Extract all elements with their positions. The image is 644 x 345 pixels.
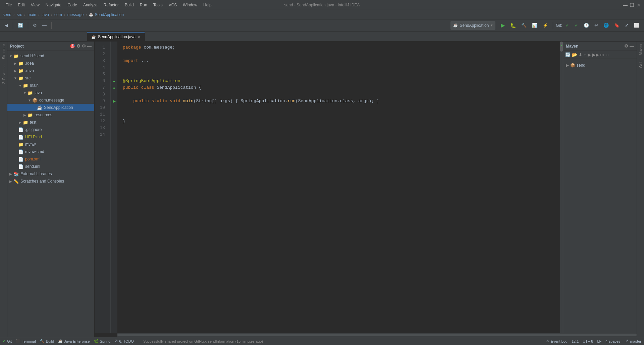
sidebar-settings-btn[interactable]: ⚙	[82, 44, 86, 49]
vertical-tab-maven[interactable]: Maven	[638, 42, 644, 58]
toolbar-collapse[interactable]: —	[40, 21, 49, 30]
scrollbar-thumb[interactable]	[560, 42, 563, 52]
horizontal-scrollbar[interactable]	[117, 333, 637, 337]
menu-refactor[interactable]: Refactor	[101, 2, 121, 8]
breadcrumb-main[interactable]: main	[28, 12, 36, 17]
tree-item-com-message[interactable]: ▼ 📦 com.message	[7, 96, 94, 104]
vertical-tab-favorites[interactable]: 2: Favorites	[1, 62, 7, 86]
git-history-button[interactable]: 🕐	[582, 21, 591, 30]
sidebar-gear-btn[interactable]: ⚙	[76, 44, 80, 49]
toolbar-navigate-back[interactable]: ◀	[3, 21, 10, 30]
menu-build[interactable]: Build	[122, 2, 137, 8]
tab-close-button[interactable]: ✕	[138, 35, 141, 39]
menu-navigate[interactable]: Navigate	[43, 2, 64, 8]
git-bookmark-button[interactable]: 🔖	[612, 21, 622, 30]
status-git[interactable]: ✓ Git	[3, 339, 12, 343]
status-todo[interactable]: ☑ 6: TODO	[114, 339, 134, 343]
status-build[interactable]: 🔨 Build	[40, 339, 54, 343]
tree-item-java-dir[interactable]: ▼ 📁 java	[7, 89, 94, 96]
menu-run[interactable]: Run	[137, 2, 150, 8]
sidebar-collapse-btn[interactable]: —	[87, 44, 92, 49]
tree-item-scratches[interactable]: ▶ ✏️ Scratches and Consoles	[7, 178, 94, 185]
breadcrumb-com[interactable]: com	[54, 12, 62, 17]
vertical-tab-structure[interactable]: Structure	[1, 42, 7, 62]
hscroll-track[interactable]	[117, 334, 637, 336]
breadcrumb-send[interactable]: send	[3, 12, 11, 17]
status-terminal[interactable]: ⬛ Terminal	[16, 339, 36, 343]
minimize-button[interactable]: —	[623, 2, 628, 8]
tree-item-external-libs[interactable]: ▶ 📚 External Libraries	[7, 170, 94, 178]
status-encoding[interactable]: UTF-8	[583, 339, 593, 343]
restore-button[interactable]: ❐	[629, 2, 635, 8]
maven-refresh-btn[interactable]: 🔄	[565, 52, 571, 57]
debug-button[interactable]: 🐛	[508, 21, 518, 30]
gutter-run-9[interactable]: ▶	[113, 99, 116, 104]
close-button[interactable]: ✕	[636, 2, 641, 8]
code-content[interactable]: package com.message; import ... @SpringB…	[117, 42, 560, 333]
sidebar-locate-btn[interactable]: 🎯	[70, 44, 75, 49]
gutter-run-7[interactable]: ●	[113, 86, 115, 90]
toolbar-synchronize[interactable]: 🔄	[16, 21, 25, 30]
tree-item-mvnwcmd[interactable]: 📄 mvnw.cmd	[7, 148, 94, 155]
tab-sendapplication[interactable]: ☕ SendApplication.java ✕	[87, 32, 145, 41]
maven-run-btn[interactable]: +	[584, 52, 586, 57]
menu-file[interactable]: File	[3, 2, 14, 8]
toolbar-settings[interactable]: ⚙	[31, 21, 39, 30]
menu-tools[interactable]: Tools	[151, 2, 165, 8]
tree-item-send-root[interactable]: ▼ 📁 send H:\send	[7, 52, 94, 60]
breadcrumb-message[interactable]: message	[67, 12, 84, 17]
build-button[interactable]: 🔨	[519, 21, 529, 30]
maven-item-send[interactable]: ▶ 📦 send	[563, 62, 637, 69]
run-button[interactable]: ▶	[499, 21, 507, 30]
breadcrumb-src[interactable]: src	[17, 12, 22, 17]
status-cursor[interactable]: 12:1	[572, 339, 579, 343]
menu-help[interactable]: Help	[201, 2, 214, 8]
tree-item-src[interactable]: ▼ 📁 src	[7, 74, 94, 82]
tree-item-helpmd[interactable]: 📄 HELP.md	[7, 133, 94, 141]
menu-analyze[interactable]: Analyze	[80, 2, 100, 8]
status-line-sep[interactable]: LF	[597, 339, 602, 343]
status-indent[interactable]: 4 spaces	[605, 339, 620, 343]
status-branch[interactable]: ⎇ master	[624, 339, 641, 343]
tree-item-sendapplication[interactable]: ☕ SendApplication	[7, 104, 94, 111]
git-expand-button[interactable]: ⤢	[623, 21, 631, 30]
tree-item-sendiml[interactable]: 📄 send.iml	[7, 163, 94, 170]
editor-vertical-scrollbar[interactable]	[560, 42, 563, 333]
git-remote-button[interactable]: 🌐	[601, 21, 611, 30]
menu-edit[interactable]: Edit	[15, 2, 28, 8]
maven-add-btn[interactable]: 📂	[572, 52, 577, 57]
maven-expand-btn[interactable]: ↔	[605, 52, 609, 57]
maven-minimize-btn[interactable]: —	[630, 44, 634, 49]
git-mini-button[interactable]: ⬜	[632, 21, 641, 30]
menu-view[interactable]: View	[28, 2, 42, 8]
tree-item-gitignore[interactable]: 📄 .gitignore	[7, 126, 94, 133]
maven-download-btn[interactable]: ⬇	[579, 52, 582, 57]
menu-window[interactable]: Window	[180, 2, 200, 8]
tree-item-pomxml[interactable]: 📄 pom.xml	[7, 155, 94, 163]
maven-skip-btn[interactable]: ▶▶	[592, 52, 599, 57]
maven-exec-btn[interactable]: ▶	[588, 52, 591, 57]
tree-item-main[interactable]: ▼ 📁 main	[7, 82, 94, 89]
profiler-button[interactable]: ⚡	[541, 21, 550, 30]
coverage-button[interactable]: 📊	[530, 21, 539, 30]
tree-item-mvn[interactable]: ▶ 📁 .mvn	[7, 67, 94, 74]
maven-settings-btn[interactable]: ⚙	[624, 44, 628, 49]
menu-code[interactable]: Code	[65, 2, 80, 8]
breadcrumb-java[interactable]: java	[42, 12, 49, 17]
run-config-selector[interactable]: ☕ SendApplication ▾	[450, 21, 496, 30]
vertical-tab-web[interactable]: Web	[638, 58, 644, 71]
git-revert-button[interactable]: ↩	[592, 21, 600, 30]
status-event-log[interactable]: ⚠ Event Log	[546, 339, 568, 343]
status-spring[interactable]: 🌿 Spring	[94, 339, 111, 343]
maven-toggle-btn[interactable]: m	[600, 52, 604, 57]
git-check2-button[interactable]: ✓	[573, 21, 580, 30]
breadcrumb-sendapplication[interactable]: SendApplication	[95, 12, 124, 17]
gutter-run-6[interactable]: ●	[113, 79, 115, 83]
status-java-enterprise[interactable]: ☕ Java Enterprise	[58, 339, 90, 343]
tree-item-idea[interactable]: ▶ 📁 .idea	[7, 60, 94, 67]
menu-vcs[interactable]: VCS	[166, 2, 180, 8]
tree-item-mvnw[interactable]: 📁 mvnw	[7, 141, 94, 148]
tree-item-test[interactable]: ▶ 📁 test	[7, 119, 94, 126]
git-check-button[interactable]: ✓	[564, 21, 571, 30]
tree-item-resources[interactable]: ▶ 📁 resources	[7, 111, 94, 119]
